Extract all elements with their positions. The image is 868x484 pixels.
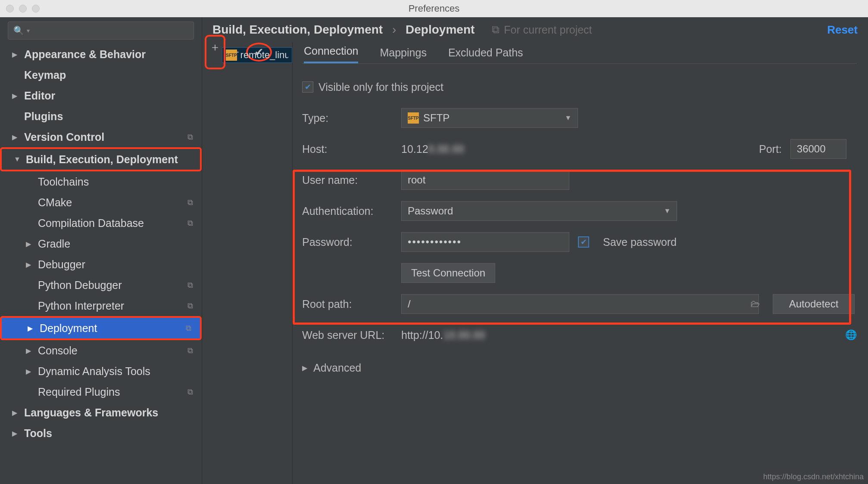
tree-item-version-control[interactable]: ▶Version Control⧉ [0,127,202,147]
minimize-window-icon[interactable] [19,5,27,12]
breadcrumb-part-2: Deployment [406,23,475,36]
tree-item-label: Tools [24,427,52,440]
tree-item-compilation-database[interactable]: Compilation Database⧉ [0,213,202,233]
tree-item-label: Appearance & Behavior [24,48,146,61]
project-level-icon: ⧉ [187,198,193,207]
title-bar: Preferences [0,0,868,17]
tree-item-dynamic-analysis-tools[interactable]: ▶Dynamic Analysis Tools [0,361,202,382]
highlight-box: ▼Build, Execution, Deployment [0,147,202,171]
tree-item-label: CMake [38,196,72,209]
save-password-checkbox[interactable] [578,236,589,248]
watermark: https://blog.csdn.net/xhtchina [763,472,864,481]
project-level-icon: ⧉ [187,133,193,142]
chevron-icon: ▶ [12,133,21,141]
chevron-down-icon: ▼ [565,114,571,122]
tree-item-label: Plugins [24,110,63,123]
search-dropdown-icon[interactable]: ▾ [27,27,30,34]
tab-mappings[interactable]: Mappings [380,47,426,63]
advanced-section-label[interactable]: Advanced [313,362,361,374]
chevron-icon: ▶ [12,429,21,437]
for-current-project-label: ⧉ For current project [492,23,592,36]
password-field[interactable] [401,232,569,252]
tree-item-languages-frameworks[interactable]: ▶Languages & Frameworks [0,402,202,423]
host-field[interactable]: 10.128.88.88 [401,143,750,155]
tabs: Connection Mappings Excluded Paths [302,42,857,64]
root-path-field[interactable] [401,294,759,314]
sftp-icon: SFTP [408,112,419,124]
server-list-column: ＋ − ✔ SFTP remote_linu [202,42,293,484]
tree-item-console[interactable]: ▶Console⧉ [0,340,202,361]
tree-item-tools[interactable]: ▶Tools [0,423,202,444]
tree-item-editor[interactable]: ▶Editor [0,85,202,106]
tree-item-label: Python Debugger [38,279,122,292]
reset-button[interactable]: Reset [827,23,858,37]
authentication-label: Authentication: [302,205,401,217]
tree-item-label: Build, Execution, Deployment [26,153,178,166]
save-password-label: Save password [603,236,677,248]
tree-item-label: Languages & Frameworks [24,406,158,419]
web-url-label: Web server URL: [302,329,401,341]
tree-item-plugins[interactable]: Plugins [0,106,202,127]
copy-icon: ⧉ [492,23,500,36]
tree-item-cmake[interactable]: CMake⧉ [0,192,202,213]
web-url-field[interactable]: http://10.18.88.88 [401,329,854,341]
tree-item-deployment[interactable]: ▶Deployment⧉ [2,318,200,338]
tree-item-label: Dynamic Analysis Tools [38,365,150,378]
tree-item-label: Keymap [24,69,66,81]
server-item-remote-linux[interactable]: SFTP remote_linu [222,47,292,63]
tree-item-label: Version Control [24,131,104,143]
project-level-icon: ⧉ [187,346,193,355]
chevron-right-icon[interactable]: ▶ [302,364,307,372]
chevron-right-icon: › [392,23,396,36]
tree-item-keymap[interactable]: Keymap [0,65,202,85]
tree-item-label: Toolchains [38,176,89,188]
tree-item-appearance-behavior[interactable]: ▶Appearance & Behavior [0,44,202,65]
search-icon: 🔍 [13,25,24,36]
tree-item-required-plugins[interactable]: Required Plugins⧉ [0,382,202,402]
chevron-down-icon: ▼ [664,207,671,215]
chevron-icon: ▶ [12,92,21,100]
chevron-icon: ▶ [12,50,21,59]
tree-item-label: Compilation Database [38,217,144,230]
tree-item-build-execution-deployment[interactable]: ▼Build, Execution, Deployment [2,149,200,170]
project-level-icon: ⧉ [187,388,193,397]
settings-tree-sidebar: 🔍 ▾ ▶Appearance & BehaviorKeymap▶EditorP… [0,17,202,484]
project-level-icon: ⧉ [187,219,193,228]
tab-connection[interactable]: Connection [304,45,358,63]
chevron-icon: ▶ [28,324,36,332]
visible-only-checkbox[interactable] [302,81,313,93]
highlight-box: ▶Deployment⧉ [0,316,202,340]
tree-item-label: Console [38,344,78,357]
tree-item-label: Deployment [40,322,97,335]
visible-only-label: Visible only for this project [318,81,443,93]
breadcrumb-part-1: Build, Execution, Deployment [212,23,383,36]
tree-item-python-interpreter[interactable]: Python Interpreter⧉ [0,295,202,316]
type-select[interactable]: SFTP SFTP ▼ [401,108,578,128]
tree-item-label: Debugger [38,258,85,271]
window-title: Preferences [409,3,460,14]
port-label: Port: [759,143,782,155]
chevron-icon: ▶ [12,409,21,417]
test-connection-button[interactable]: Test Connection [401,263,495,283]
tree-item-label: Required Plugins [38,386,120,398]
tab-excluded-paths[interactable]: Excluded Paths [448,47,523,63]
tree-item-toolchains[interactable]: Toolchains [0,171,202,192]
tree-item-debugger[interactable]: ▶Debugger [0,254,202,275]
tree-item-gradle[interactable]: ▶Gradle [0,233,202,254]
close-window-icon[interactable] [6,5,14,12]
port-field[interactable] [790,139,846,159]
tree-item-python-debugger[interactable]: Python Debugger⧉ [0,275,202,295]
authentication-select[interactable]: Password ▼ [401,201,677,221]
username-field[interactable] [401,170,569,190]
deployment-detail-panel: Connection Mappings Excluded Paths Visib… [293,42,868,484]
autodetect-button[interactable]: Autodetect [773,294,855,314]
zoom-window-icon[interactable] [32,5,40,12]
sftp-icon: SFTP [226,50,237,61]
breadcrumb-row: Build, Execution, Deployment › Deploymen… [202,17,868,42]
chevron-icon: ▶ [26,240,34,248]
chevron-icon: ▼ [14,155,22,163]
search-input[interactable]: 🔍 ▾ [8,22,194,40]
project-level-icon: ⧉ [187,281,193,290]
globe-icon[interactable]: 🌐 [845,329,857,341]
folder-icon[interactable]: 🗁 [750,298,760,310]
